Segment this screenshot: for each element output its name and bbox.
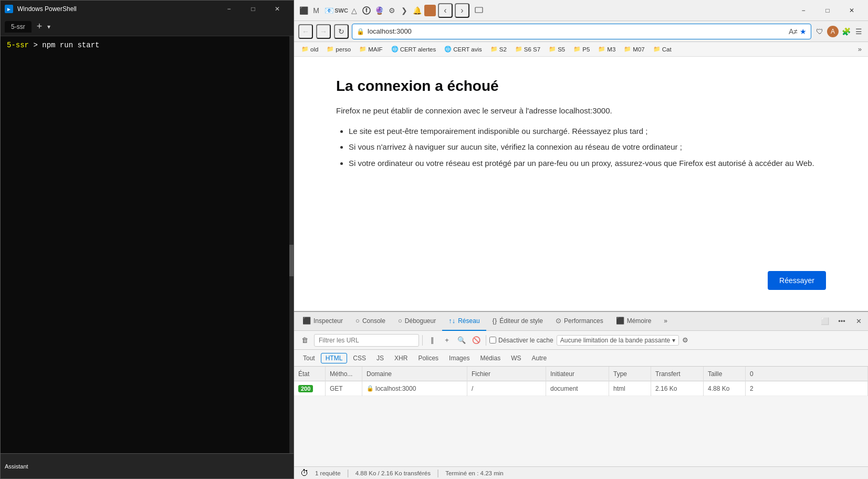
ff-bookmark-p5[interactable]: 📁 P5 bbox=[570, 45, 593, 54]
ff-close-button[interactable]: ✕ bbox=[840, 0, 864, 21]
ff-bookmark-m3[interactable]: 📁 M3 bbox=[595, 45, 619, 54]
ff-network-settings-button[interactable]: ⚙ bbox=[682, 336, 688, 344]
ff-forward-nav-button[interactable]: › bbox=[455, 3, 469, 18]
ff-clear-requests-button[interactable]: 🗑 bbox=[298, 334, 311, 347]
ff-bookmark-perso[interactable]: 📁 perso bbox=[323, 45, 354, 54]
ff-block-button[interactable]: 🚫 bbox=[470, 334, 483, 347]
ps-close-button[interactable]: ✕ bbox=[265, 1, 289, 17]
ff-back-button[interactable]: ← bbox=[298, 24, 313, 39]
ps-scrollbar-thumb bbox=[289, 245, 294, 276]
ff-filter-tab-images[interactable]: Images bbox=[444, 353, 474, 363]
ff-pause-recording-button[interactable]: ‖ bbox=[426, 334, 438, 347]
ff-search-button[interactable]: 🔍 bbox=[455, 334, 468, 347]
ff-devtools-tab-style[interactable]: {} Éditeur de style bbox=[486, 312, 549, 331]
ff-toolbar-separator-2 bbox=[486, 335, 486, 346]
ff-ext-icon-2[interactable]: M bbox=[311, 5, 321, 16]
ff-translate-icon[interactable]: A≠ bbox=[789, 27, 798, 36]
ps-tab[interactable]: 5-ssr bbox=[5, 21, 32, 33]
svg-point-1 bbox=[366, 8, 368, 9]
ps-scrollbar[interactable] bbox=[289, 36, 294, 453]
ff-col-state: État bbox=[294, 367, 326, 381]
ff-filter-tab-ws[interactable]: WS bbox=[506, 353, 526, 363]
ff-bookmark-cert-alertes[interactable]: 🌐 CERT alertes bbox=[388, 45, 440, 54]
ff-ext-icon-5[interactable]: △ bbox=[349, 5, 359, 16]
ff-address-url: localhost:3000 bbox=[368, 27, 786, 35]
ff-minimize-button[interactable]: − bbox=[791, 0, 815, 21]
ps-maximize-button[interactable]: □ bbox=[241, 1, 265, 17]
ff-bookmark-s2-label: S2 bbox=[499, 46, 507, 53]
ff-record-button[interactable]: + bbox=[441, 334, 453, 347]
ff-bookmark-star-icon[interactable]: ★ bbox=[800, 27, 807, 36]
ff-devtools-tab-more[interactable]: » bbox=[657, 312, 674, 331]
ff-reload-button[interactable]: ↻ bbox=[334, 24, 349, 39]
ff-filter-tab-medias[interactable]: Médias bbox=[475, 353, 505, 363]
ff-bookmark-m07-label: M07 bbox=[633, 46, 644, 53]
ff-bandwidth-selector[interactable]: Aucune limitation de la bande passante ▾ bbox=[557, 335, 679, 346]
ff-ext-icon-8[interactable]: ⚙ bbox=[386, 5, 397, 16]
table-row[interactable]: 200 GET 🔒localhost:3000 / document html … bbox=[294, 381, 868, 396]
ff-devtools-tab-console-label: Console bbox=[362, 317, 385, 325]
ff-col-transfer: Transfert bbox=[651, 367, 704, 381]
ff-bookmark-cat[interactable]: 📁 Cat bbox=[650, 45, 675, 54]
ff-ext-icon-4[interactable]: SWC bbox=[336, 5, 347, 16]
ff-devtools-close-button[interactable]: ✕ bbox=[851, 314, 866, 329]
ff-devtools-tab-console[interactable]: ○ Console bbox=[349, 312, 392, 331]
ff-error-bullet-3: Si votre ordinateur ou votre réseau est … bbox=[349, 158, 826, 170]
ff-ext-icon-9[interactable]: ❯ bbox=[399, 5, 410, 16]
ff-forward-button[interactable]: → bbox=[316, 24, 331, 39]
powershell-window: ► Windows PowerShell − □ ✕ 5-ssr + ▾ 5-s… bbox=[0, 0, 294, 479]
ff-bookmarks-more-button[interactable]: » bbox=[856, 44, 864, 54]
ff-bookmark-old[interactable]: 📁 old bbox=[298, 45, 321, 54]
ff-filter-tab-css[interactable]: CSS bbox=[348, 353, 371, 363]
ff-devtools-overflow-button[interactable]: ••• bbox=[834, 314, 849, 329]
ff-retry-button[interactable]: Réessayer bbox=[768, 271, 826, 290]
ps-taskbar: Assistant bbox=[1, 453, 294, 478]
ff-disable-cache-input[interactable] bbox=[489, 337, 496, 343]
ff-bookmark-s2[interactable]: 📁 S2 bbox=[487, 45, 510, 54]
ff-bookmark-s5[interactable]: 📁 S5 bbox=[546, 45, 568, 54]
ff-devtools-tab-performance[interactable]: ⊙ Performances bbox=[549, 312, 610, 331]
ps-tab-dropdown-button[interactable]: ▾ bbox=[47, 23, 50, 30]
ps-new-tab-button[interactable]: + bbox=[34, 21, 46, 32]
ff-ext-icon-1[interactable]: ⬛ bbox=[298, 5, 309, 16]
ff-col-domain: Domaine bbox=[362, 367, 467, 381]
ff-shield-icon[interactable]: 🛡 bbox=[814, 26, 825, 37]
ff-ext-icon-3[interactable]: 📧 bbox=[323, 5, 334, 16]
ff-ext-icon-11[interactable] bbox=[424, 5, 436, 16]
ff-devtools-dock-button[interactable]: ⬜ bbox=[818, 314, 832, 329]
ff-devtools-tab-network[interactable]: ↑↓ Réseau bbox=[442, 312, 486, 331]
ff-devtools-tab-inspector-label: Inspecteur bbox=[313, 317, 343, 325]
ff-filter-tab-html[interactable]: HTML bbox=[321, 353, 348, 363]
ff-address-bar[interactable]: 🔒 localhost:3000 A≠ ★ bbox=[352, 24, 811, 39]
ff-status-separator-2: | bbox=[437, 468, 439, 478]
ff-devtools-tab-inspector[interactable]: ⬛ Inspecteur bbox=[296, 312, 349, 331]
ff-filter-tab-autre[interactable]: Autre bbox=[527, 353, 551, 363]
ff-network-table: État Métho... Domaine Fichier Initiateur… bbox=[294, 367, 868, 466]
ff-filter-tab-xhr[interactable]: XHR bbox=[390, 353, 412, 363]
ff-menu-icon[interactable]: ☰ bbox=[853, 26, 864, 37]
ff-back-nav-button[interactable]: ‹ bbox=[438, 3, 453, 18]
ff-maximize-button[interactable]: □ bbox=[815, 0, 840, 21]
ff-bookmark-m07[interactable]: 📁 M07 bbox=[621, 45, 647, 54]
ff-account-icon[interactable]: A bbox=[827, 26, 839, 37]
ff-bookmark-s6s7[interactable]: 📁 S6 S7 bbox=[512, 45, 543, 54]
ff-devtools-tab-debugger[interactable]: ○ Débogueur bbox=[392, 312, 442, 331]
ff-bookmark-maif[interactable]: 📁 MAIF bbox=[356, 45, 385, 54]
ps-minimize-button[interactable]: − bbox=[217, 1, 241, 17]
ff-bookmark-cert-avis[interactable]: 🌐 CERT avis bbox=[441, 45, 485, 54]
ff-extensions-icon[interactable]: 🧩 bbox=[841, 26, 851, 37]
ff-devtools-tabs: ⬛ Inspecteur ○ Console ○ Débogueur ↑↓ Ré… bbox=[294, 312, 868, 331]
ff-devtools-statusbar: ⏱ 1 requête | 4.88 Ko / 2.16 Ko transfér… bbox=[294, 466, 868, 479]
ff-ext-icon-10[interactable]: 🔔 bbox=[412, 5, 422, 16]
ff-error-bullet-2: Si vous n'arrivez à naviguer sur aucun s… bbox=[349, 141, 826, 153]
ff-filter-tab-tout[interactable]: Tout bbox=[298, 353, 320, 363]
ff-filter-tab-js[interactable]: JS bbox=[372, 353, 389, 363]
ff-ext-icon-7[interactable]: 🔮 bbox=[374, 5, 384, 16]
ff-filter-url-input[interactable] bbox=[314, 334, 419, 347]
ff-filter-tab-polices[interactable]: Polices bbox=[413, 353, 443, 363]
ff-col-type: Type bbox=[609, 367, 651, 381]
ff-devtools-tab-memory[interactable]: ⬛ Mémoire bbox=[610, 312, 658, 331]
ff-disable-cache-checkbox[interactable]: Désactiver le cache bbox=[489, 337, 553, 344]
ff-ext-icon-6[interactable] bbox=[361, 5, 372, 16]
ps-terminal-content[interactable]: 5-ssr > npm run start bbox=[1, 36, 294, 453]
